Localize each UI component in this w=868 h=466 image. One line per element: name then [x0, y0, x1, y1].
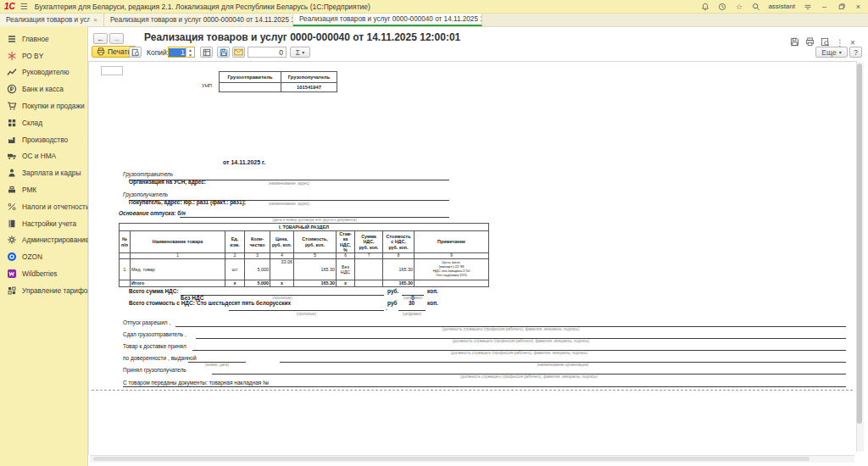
minimize-button[interactable]: –	[820, 2, 829, 11]
col-header: Примечание	[415, 231, 489, 253]
grand-total-rub-label: руб	[387, 300, 398, 306]
col-header: Ед. изм.	[225, 231, 245, 253]
sidebar-item-tariff[interactable]: Управление тарифом	[0, 282, 87, 299]
print-button-label: Печать	[108, 47, 131, 56]
maximize-button[interactable]	[837, 2, 846, 11]
asterisk-icon	[7, 51, 17, 61]
tab-close-icon[interactable]: ×	[93, 16, 97, 24]
sidebar-item-label: РМК	[22, 186, 36, 194]
sidebar-item-po-by[interactable]: РО BY	[0, 47, 87, 64]
cell-empty	[415, 280, 489, 287]
cell-quantity: 5,000	[245, 259, 270, 280]
col-header: Сумма НДС, руб. коп.	[355, 231, 383, 253]
dot: .	[386, 305, 387, 311]
col-num: 2	[225, 253, 245, 259]
copies-stepper[interactable]: 1 ▲▼	[168, 47, 195, 58]
cell-unit: шт	[225, 259, 245, 280]
home-lines-icon	[7, 34, 17, 44]
history-icon[interactable]	[717, 2, 726, 11]
release-allowed-label: Отпуск разрешил ,	[123, 319, 170, 325]
close-form-icon[interactable]: ×	[850, 38, 855, 47]
stepper-arrows-icon[interactable]: ▲▼	[186, 47, 194, 58]
horizontal-scrollbar-thumb[interactable]	[93, 457, 810, 461]
sidebar-item-label: Управление тарифом	[22, 286, 92, 295]
sidebar-item-salary-hr[interactable]: Зарплата и кадры	[0, 164, 87, 181]
cell-price: 33.06	[270, 259, 294, 280]
sections-sidebar: Главное РО BY Руководителю Банк и касса …	[0, 26, 88, 466]
help-button[interactable]: ?	[849, 47, 862, 58]
current-user[interactable]: assistant	[768, 3, 795, 10]
close-window-button[interactable]: ×	[854, 2, 863, 11]
cart-icon	[7, 101, 17, 111]
save-file-button[interactable]	[217, 47, 230, 58]
sidebar-item-administration[interactable]: Администрирование	[0, 232, 87, 249]
sidebar-item-rmk[interactable]: РМК	[0, 181, 87, 198]
main-menu-icon[interactable]: ☰	[20, 2, 28, 11]
col-header: Став- ка НДС, %	[337, 231, 355, 253]
more-dots-icon[interactable]: ⋮	[836, 38, 844, 47]
sidebar-item-ozon[interactable]: OZON	[0, 248, 87, 265]
search-icon[interactable]	[751, 2, 760, 11]
col-header: № п/п	[120, 231, 131, 253]
selected-cell[interactable]	[101, 66, 123, 75]
print-icon[interactable]	[805, 35, 815, 50]
grand-total-kop-label: коп.	[427, 300, 438, 306]
sidebar-item-label: РО BY	[22, 52, 43, 60]
sidebar-item-label: Налоги и отчетность	[22, 202, 89, 211]
cell-total: 165.30	[383, 259, 415, 280]
send-email-button[interactable]	[232, 47, 245, 58]
sidebar-item-main[interactable]: Главное	[0, 31, 87, 47]
sidebar-item-label: Руководителю	[22, 68, 69, 76]
print-preview-button[interactable]	[129, 47, 142, 58]
tab-realization-list[interactable]: Реализация товаров и услуг ×	[0, 14, 104, 26]
cell-amount: 165.30	[294, 259, 337, 280]
cell-total-amount: 165.30	[294, 280, 337, 287]
forward-button[interactable]: →	[109, 33, 124, 44]
copies-label: Копий:	[147, 48, 169, 57]
more-actions-button[interactable]: Еще▾	[815, 47, 848, 58]
col-num	[120, 253, 131, 259]
tab-document-1[interactable]: Реализация товаров и услуг 0000-000040 о…	[104, 14, 293, 26]
consignee-hint: (наименование, адрес)	[129, 202, 449, 206]
col-num: 8	[383, 253, 415, 259]
sidebar-item-label: Покупки и продажи	[22, 102, 85, 110]
cell-total-with-vat: 165.30	[383, 280, 415, 287]
tab-label: Реализация товаров и услуг	[6, 16, 90, 24]
sidebar-item-label: Администрирование	[22, 236, 89, 244]
sidebar-item-accounting-settings[interactable]: Настройки учета	[0, 215, 87, 232]
consignor-hint: (наименование, адрес)	[129, 181, 449, 186]
sidebar-item-fixed-assets[interactable]: ОС и НМА	[0, 148, 87, 165]
percent-icon	[7, 202, 17, 212]
col-header: Наименование товара	[131, 231, 225, 253]
service-menu-icon[interactable]	[803, 2, 812, 11]
back-button[interactable]: ←	[93, 33, 108, 44]
sidebar-item-bank-cash[interactable]: Банк и касса	[0, 80, 87, 97]
cells-sum-field[interactable]: 0	[248, 47, 287, 58]
notifications-bell-icon[interactable]	[700, 2, 709, 11]
unp-col-consignor: Грузоотправитель	[220, 72, 281, 83]
tiles-icon	[7, 286, 17, 296]
sidebar-item-wildberries[interactable]: Wildberries	[0, 265, 87, 282]
position-hint: (должность служащего (профессия рабочего…	[196, 339, 846, 343]
favorites-star-icon[interactable]: ☆	[734, 2, 743, 11]
sidebar-item-label: Настройки учета	[22, 219, 76, 228]
tab-document-2-active[interactable]: Реализация товаров и услуг 0000-000040 о…	[293, 14, 482, 26]
accepted-by-consignee-label: Принял грузополучатель	[123, 367, 186, 373]
printer-icon	[97, 47, 105, 56]
save-icon[interactable]	[790, 35, 799, 50]
application-window: 1С ☰ Бухгалтерия для Беларуси, редакция …	[0, 0, 868, 466]
vertical-scrollbar-thumb[interactable]	[857, 64, 862, 424]
tab-label: Реализация товаров и услуг 0000-000040 о…	[299, 15, 482, 23]
sidebar-item-label: ОС и НМА	[22, 152, 56, 160]
unp-col-consignee: Грузополучатель	[281, 72, 337, 83]
page-setup-button[interactable]	[200, 47, 213, 58]
sidebar-item-production[interactable]: Производство	[0, 131, 87, 148]
vat-total-label: Всего сумма НДС:	[129, 288, 179, 294]
sum-function-button[interactable]: Σ▾	[290, 47, 310, 58]
sidebar-item-taxes-reports[interactable]: Налоги и отчетность	[0, 198, 87, 215]
sidebar-item-purchases-sales[interactable]: Покупки и продажи	[0, 97, 87, 114]
by-proxy-label: по доверенности , выданной	[123, 355, 197, 361]
sidebar-item-warehouse[interactable]: Склад	[0, 114, 87, 131]
goods-section-title: I. ТОВАРНЫЙ РАЗДЕЛ	[120, 224, 489, 231]
sidebar-item-manager[interactable]: Руководителю	[0, 64, 87, 81]
